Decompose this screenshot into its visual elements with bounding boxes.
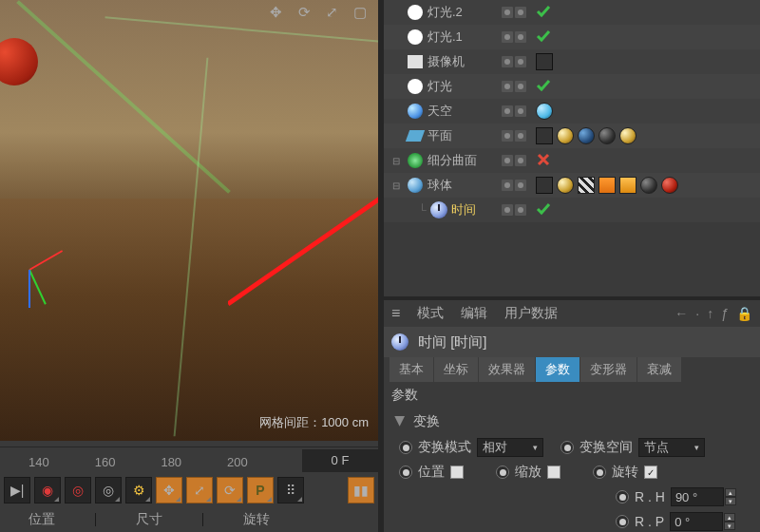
object-manager[interactable]: 灯光.2灯光.1摄像机灯光天空平面⊟细分曲面⊟球体└时间 [384,0,760,296]
tag-gold[interactable] [619,127,636,144]
tab-size[interactable]: 尺寸 [136,511,162,528]
am-tab-0[interactable]: 基本 [390,357,433,382]
layer-flags[interactable] [502,180,530,191]
dots-button[interactable]: ⠿ [277,477,304,504]
object-name[interactable]: 时间 [451,201,476,218]
autokey-button[interactable]: ◎ [65,477,91,504]
function-icon[interactable]: ƒ [721,306,729,321]
select-transform-space[interactable]: 节点▾ [638,438,705,457]
spin-up-icon[interactable]: ▴ [725,488,736,497]
tag-gold[interactable] [557,177,574,194]
layer-flags[interactable] [502,155,530,166]
pla-key-button[interactable]: P [247,477,274,504]
lock-icon[interactable]: 🔒 [736,306,752,321]
object-row[interactable]: ⊟细分曲面 [384,148,760,173]
tab-rotation[interactable]: 旋转 [243,511,270,528]
object-name[interactable]: 细分曲面 [428,152,477,169]
tag-earth[interactable] [578,127,595,144]
checkbox-position[interactable] [450,466,464,479]
expand-icon[interactable]: ⊟ [390,179,403,192]
layer-flags[interactable] [502,56,530,67]
spin-down-icon[interactable]: ▾ [725,497,736,505]
layer-flags[interactable] [502,81,530,92]
object-name[interactable]: 天空 [428,103,452,120]
tag-warn[interactable] [598,177,616,194]
rot-key-button[interactable]: ⟳ [217,477,243,504]
object-row[interactable]: 灯光.1 [384,25,760,49]
am-tab-3[interactable]: 参数 [536,357,580,382]
am-tab-2[interactable]: 效果器 [479,357,535,382]
tag-checker[interactable] [578,177,595,194]
object-row[interactable]: └时间 [384,198,760,222]
radio-scale[interactable] [496,466,509,479]
layer-flags[interactable] [502,204,530,216]
tag-oct[interactable] [536,177,553,194]
play-end-button[interactable]: ▶| [4,477,30,504]
enable-check-icon[interactable] [536,201,551,219]
tag-gold[interactable] [557,127,574,144]
layer-flags[interactable] [502,7,530,18]
object-name[interactable]: 灯光 [428,78,452,95]
radio-rh[interactable] [616,490,629,504]
key-options-button[interactable]: ◎ [95,477,122,504]
select-transform-mode[interactable]: 相对▾ [477,438,543,457]
am-tab-5[interactable]: 衰减 [637,357,681,382]
expand-icon[interactable]: ⊟ [390,154,403,167]
am-tab-4[interactable]: 变形器 [580,357,636,382]
tag-warn2[interactable] [619,177,636,194]
field-rp[interactable]: ▴▾ [670,512,735,531]
object-row[interactable]: 灯光 [384,74,760,99]
object-name[interactable]: 摄像机 [428,53,465,70]
object-row[interactable]: 平面 [384,124,760,148]
menu-icon[interactable]: ≡ [391,305,400,322]
radio-position[interactable] [399,466,412,479]
scale-key-button[interactable]: ⤢ [186,477,213,504]
am-tab-1[interactable]: 坐标 [434,357,478,382]
object-row[interactable]: ⊟球体 [384,173,760,198]
spin-up-icon[interactable]: ▴ [724,513,735,522]
current-frame-field[interactable]: 0 F [302,449,378,472]
tag-oct[interactable] [536,53,553,70]
checkbox-scale[interactable] [547,466,560,479]
object-name[interactable]: 灯光.2 [428,4,463,21]
record-button[interactable]: ◉ [34,477,61,504]
nav-back-icon[interactable]: ← [674,306,688,321]
viewport[interactable]: 网格间距：1000 cm ✥ ⟳ ⤢ ▢ [0,0,378,441]
layer-flags[interactable] [502,31,530,43]
input-rh[interactable] [671,487,724,506]
am-group-header[interactable]: ▶ 变换 [384,408,760,435]
axis-gizmo[interactable] [10,232,76,308]
viewport-toolbar[interactable]: ✥ ⟳ ⤢ ▢ [270,4,372,21]
pos-key-button[interactable]: ✥ [156,477,182,504]
layer-flags[interactable] [502,105,530,117]
menu-edit[interactable]: 编辑 [461,305,487,322]
menu-userdata[interactable]: 用户数据 [504,305,558,322]
layer-flags[interactable] [502,130,530,142]
input-rp[interactable] [670,512,723,531]
checkbox-rotation[interactable]: ✓ [644,466,657,479]
radio-rp[interactable] [616,515,629,528]
enable-check-icon[interactable] [536,4,551,22]
radio-rotation[interactable] [593,466,606,479]
nav-up-icon[interactable]: ↑ [707,306,713,321]
tag-oct[interactable] [536,127,553,144]
tag-dark[interactable] [598,127,616,144]
object-row[interactable]: 天空 [384,99,760,124]
object-name[interactable]: 平面 [428,127,452,144]
tag-red[interactable] [661,177,678,194]
coord-tabs[interactable]: 位置 尺寸 旋转 [0,507,378,532]
enable-check-icon[interactable] [536,78,551,96]
radio-transform-space[interactable] [560,441,574,454]
spin-down-icon[interactable]: ▾ [724,522,735,530]
timeline-ruler[interactable]: 140 160 180 200 0 F [0,446,378,473]
object-name[interactable]: 球体 [428,177,452,194]
tag-dark[interactable] [640,177,657,194]
key-settings-button[interactable]: ⚙ [125,477,152,504]
object-row[interactable]: 灯光.2 [384,0,760,25]
field-rh[interactable]: ▴▾ [671,487,736,506]
enable-check-icon[interactable] [536,28,551,47]
radio-transform-mode[interactable] [399,441,412,454]
menu-mode[interactable]: 模式 [417,305,444,322]
object-name[interactable]: 灯光.1 [428,28,463,46]
object-row[interactable]: 摄像机 [384,49,760,74]
